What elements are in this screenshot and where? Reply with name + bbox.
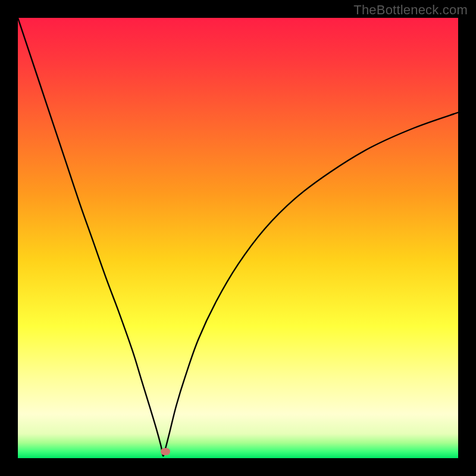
optimal-point-marker <box>161 448 170 455</box>
chart-canvas <box>18 18 458 458</box>
watermark-text: TheBottleneck.com <box>353 2 468 18</box>
gradient-background <box>18 18 458 458</box>
outer-frame: TheBottleneck.com <box>0 0 476 476</box>
